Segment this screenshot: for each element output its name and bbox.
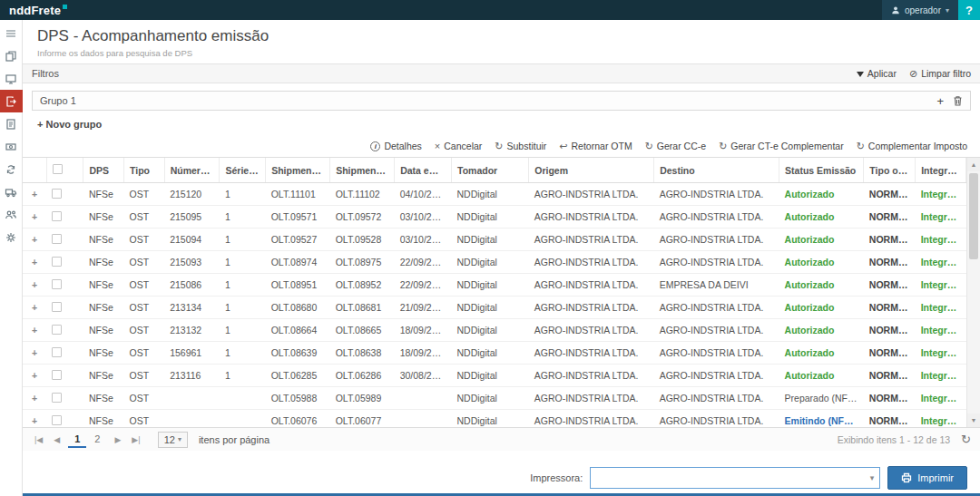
column-header[interactable]: Origem xyxy=(529,158,654,183)
column-header[interactable]: Série DPS xyxy=(220,158,266,183)
row-checkbox[interactable] xyxy=(52,234,62,244)
delete-group-button[interactable] xyxy=(953,95,963,106)
expand-row-button[interactable]: + xyxy=(23,206,46,229)
column-header[interactable]: Data emissã... xyxy=(395,158,452,183)
print-button[interactable]: Imprimir xyxy=(887,466,967,490)
column-header[interactable]: Tomador xyxy=(452,158,529,183)
row-checkbox[interactable] xyxy=(52,370,62,380)
toolbar-action-label: Detalhes xyxy=(384,141,421,151)
table-row[interactable]: +NFSeOST2131161OLT.06285OLT.0628630/08/2… xyxy=(23,365,966,387)
column-header[interactable]: Destino xyxy=(654,158,779,183)
scrollbar-thumb[interactable] xyxy=(969,173,978,259)
apply-filter-button[interactable]: Aplicar xyxy=(857,68,897,80)
document-icon[interactable] xyxy=(0,112,23,135)
sync-icon[interactable] xyxy=(0,158,23,180)
emission-icon[interactable] xyxy=(0,90,23,112)
page-button-2[interactable]: 2 xyxy=(88,431,106,448)
last-page-button[interactable]: ▶| xyxy=(129,433,142,446)
scroll-down-icon[interactable]: ▼ xyxy=(967,413,980,427)
copy-icon[interactable] xyxy=(0,44,23,67)
expand-row-button[interactable]: + xyxy=(23,297,46,319)
scroll-up-icon[interactable]: ▲ xyxy=(967,158,980,171)
expand-row-button[interactable]: + xyxy=(23,365,46,387)
menu-icon[interactable] xyxy=(0,22,23,44)
column-header[interactable]: Tipo xyxy=(124,158,165,183)
table-row[interactable]: +NFSeOST2150931OLT.08974OLT.0897522/09/2… xyxy=(23,251,966,274)
printer-select[interactable]: ▾ xyxy=(590,467,880,489)
row-checkbox[interactable] xyxy=(52,347,62,357)
expand-row-button[interactable]: + xyxy=(23,251,46,274)
cell-tipo: OST xyxy=(124,297,165,319)
users-icon[interactable] xyxy=(0,203,23,226)
page-size-select[interactable]: 12 ▾ xyxy=(158,432,188,448)
refresh-icon[interactable]: ↻ xyxy=(961,433,971,445)
toolbar-action-button[interactable]: ↻Substituir xyxy=(495,141,546,151)
table-row[interactable]: +NFSeOSTOLT.05988OLT.05989NDDigitalAGRO-… xyxy=(23,387,966,410)
expand-row-button[interactable]: + xyxy=(23,387,46,410)
column-header[interactable]: Status Emissão xyxy=(779,158,864,183)
expand-row-button[interactable]: + xyxy=(23,319,46,342)
select-all-checkbox[interactable] xyxy=(53,164,63,174)
first-page-button[interactable]: |◀ xyxy=(32,433,45,446)
column-header[interactable]: Número DPS xyxy=(164,158,220,183)
brand-logo[interactable]: nddFrete xyxy=(9,4,67,17)
toolbar-action-button[interactable]: ↻Gerar CC-e xyxy=(645,141,706,151)
help-button[interactable]: ? xyxy=(958,0,980,20)
toolbar-action-button[interactable]: ↻Gerar CT-e Complementar xyxy=(719,141,844,151)
row-checkbox[interactable] xyxy=(52,189,62,199)
row-checkbox[interactable] xyxy=(52,302,62,312)
table-row[interactable]: +NFSeOST2150951OLT.09571OLT.0957203/10/2… xyxy=(23,206,966,229)
toolbar-action-button[interactable]: ↩Retornar OTM xyxy=(559,141,632,151)
payment-icon[interactable] xyxy=(0,135,23,158)
cell-buy: OLT.08952 xyxy=(330,274,395,297)
column-header[interactable]: DPS xyxy=(83,158,124,183)
table-row[interactable]: +NFSeOST2151201OLT.11101OLT.1110204/10/2… xyxy=(23,183,966,206)
expand-row-button[interactable]: + xyxy=(23,342,46,365)
cell-status: Autorizado xyxy=(779,319,864,342)
prev-page-button[interactable]: ◀ xyxy=(51,433,63,446)
table-row[interactable]: +NFSeOST2131321OLT.08664OLT.0866518/09/2… xyxy=(23,319,966,342)
cell-dps: NFSe xyxy=(83,410,124,428)
row-checkbox[interactable] xyxy=(52,415,62,425)
expand-row-button[interactable]: + xyxy=(23,274,46,297)
vertical-scrollbar[interactable]: ▲ ▼ xyxy=(966,158,980,427)
row-checkbox[interactable] xyxy=(52,325,62,335)
cell-dps: NFSe xyxy=(83,297,124,319)
monitor-icon[interactable] xyxy=(0,67,23,90)
row-checkbox[interactable] xyxy=(52,257,62,267)
expand-row-button[interactable]: + xyxy=(23,183,46,206)
add-filter-button[interactable]: + xyxy=(936,95,944,107)
table-row[interactable]: +NFSeOST2131341OLT.08680OLT.0868121/09/2… xyxy=(23,297,966,319)
column-header[interactable]: Integraçã... xyxy=(916,158,966,183)
table-row[interactable]: +NFSeOSTOLT.06076OLT.06077NDDigitalAGRO-… xyxy=(23,410,966,428)
cell-status: Autorizado xyxy=(779,206,864,229)
table-row[interactable]: +NFSeOST1569611OLT.08639OLT.0863818/09/2… xyxy=(23,342,966,365)
toolbar-action-button[interactable]: ↻Complementar Imposto xyxy=(857,141,967,151)
column-header[interactable]: Shipment Buy xyxy=(330,158,395,183)
info-icon: i xyxy=(370,141,380,151)
row-checkbox[interactable] xyxy=(52,211,62,221)
new-group-button[interactable]: + Novo grupo xyxy=(37,119,137,130)
toolbar-action-button[interactable]: ×Cancelar xyxy=(435,141,482,151)
expand-row-button[interactable]: + xyxy=(23,410,46,428)
column-header[interactable]: Shipment Sell xyxy=(266,158,330,183)
cell-numero xyxy=(164,410,220,428)
user-menu-button[interactable]: operador ▾ xyxy=(882,0,958,20)
settings-icon[interactable] xyxy=(0,226,23,248)
cell-tipo_oper: NORMAL xyxy=(864,229,916,251)
cell-tomador: NDDigital xyxy=(452,183,529,206)
toolbar-action-button[interactable]: iDetalhes xyxy=(370,141,421,151)
column-header[interactable]: Tipo oper... xyxy=(864,158,916,183)
row-checkbox[interactable] xyxy=(52,279,62,289)
table-row[interactable]: +NFSeOST2150941OLT.09527OLT.0952803/10/2… xyxy=(23,229,966,251)
row-checkbox[interactable] xyxy=(52,393,62,403)
expand-row-button[interactable]: + xyxy=(23,229,46,251)
table-row[interactable]: +NFSeOST2150861OLT.08951OLT.0895222/09/2… xyxy=(23,274,966,297)
truck-icon[interactable] xyxy=(0,180,23,203)
page-button-1[interactable]: 1 xyxy=(68,431,86,448)
next-page-button[interactable]: ▶ xyxy=(112,433,123,446)
cell-tipo_oper: NORMAL xyxy=(864,297,916,319)
clear-filter-button[interactable]: ⊘ Limpar filtro xyxy=(909,68,971,80)
cell-data: 04/10/2017 xyxy=(395,183,452,206)
cell-destino: AGRO-INDSTRIA LTDA. xyxy=(654,410,779,428)
